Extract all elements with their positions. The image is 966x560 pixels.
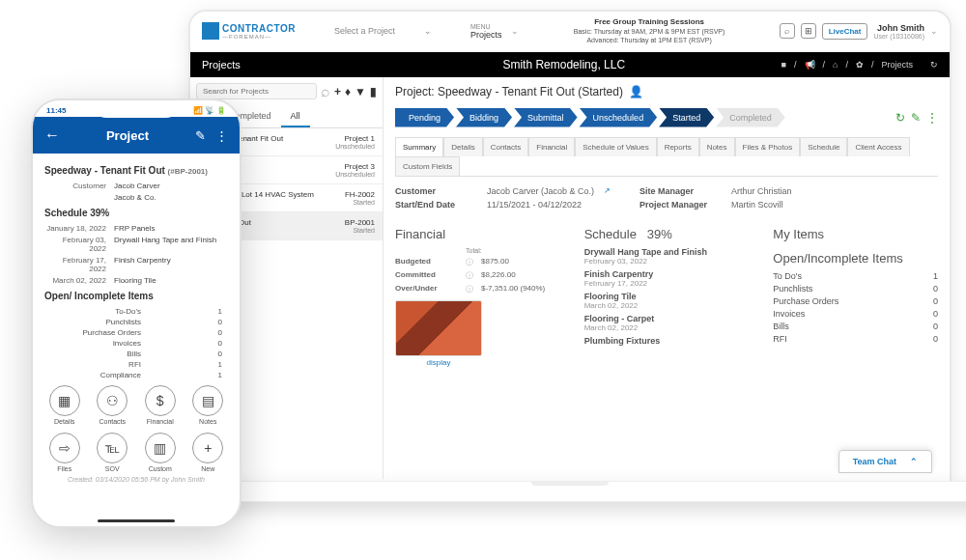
columns-icon[interactable]: ▮ [370,85,377,98]
edit-icon[interactable]: ✎ [195,128,206,143]
stage-started[interactable]: Started [659,108,714,127]
quick-actions: ▦Details ⚇Contacts $Financial ▤Notes ⇨Fi… [44,385,228,472]
subtab-sov[interactable]: Schedule of Values [575,137,656,156]
quick-notes[interactable]: ▤Notes [188,385,229,425]
my-items: My Items Open/Incomplete Items To Do's1 … [773,227,938,367]
filter-icon[interactable]: ▼ [355,85,366,98]
chevron-down-icon: ⌄ [930,26,938,36]
quick-files[interactable]: ⇨Files [44,433,85,472]
phone-screen: 11:45 📶 📡 🔋 ← Project ✎ ⋮ Speedway - Ten… [31,98,242,528]
financial-summary: Financial Total: Budgetedⓘ$875.00 Commit… [395,227,560,367]
quick-sov[interactable]: ℡SOV [93,433,133,472]
company-name: Smith Remodeling, LLC [347,58,781,71]
breadcrumb: ■ / 📢 / ⌂ / ✿ / Projects ↻ [781,60,938,70]
app-header: CONTRACTOR —FOREMAN— Select a Project ⌄ … [190,12,950,52]
gear-icon[interactable]: ✿ [856,60,864,70]
more-icon[interactable]: ⋮ [215,128,228,143]
stage-pending[interactable]: Pending [395,108,454,127]
user-menu[interactable]: John Smith User (10316086) [873,23,924,40]
quick-financial[interactable]: $Financial [140,385,181,425]
chevron-down-icon: ⌄ [424,26,432,36]
stage-completed[interactable]: Completed [716,108,785,127]
title-bar: Projects Smith Remodeling, LLC ■ / 📢 / ⌂… [190,52,950,77]
quick-new[interactable]: +New [188,433,229,472]
subtab-schedule[interactable]: Schedule [800,137,847,156]
info-icon[interactable]: ⓘ [466,284,473,294]
subtab-contacts[interactable]: Contacts [483,137,529,156]
refresh-icon[interactable]: ↻ [895,111,905,125]
search-input[interactable] [196,83,317,99]
brand-name: CONTRACTOR [222,23,296,34]
home-indicator [98,519,175,522]
subtab-client[interactable]: Client Access [847,137,909,156]
stage-progress: Pending Bidding Submittal Unscheduled St… [395,108,938,127]
chevron-up-icon: ⌃ [910,457,918,466]
laptop-base [145,481,966,502]
quick-custom[interactable]: ▥Custom [140,433,181,472]
video-icon[interactable]: ■ [781,60,786,70]
stage-bidding[interactable]: Bidding [456,108,512,127]
quick-contacts[interactable]: ⚇Contacts [93,385,133,425]
subtab-files[interactable]: Files & Photos [735,137,801,156]
calendar-icon[interactable]: ⊞ [801,23,816,39]
subtab-financial[interactable]: Financial [528,137,575,156]
subtab-details[interactable]: Details [443,137,482,156]
search-icon[interactable]: ⌕ [321,83,330,100]
tab-all[interactable]: All [281,106,310,127]
project-title: Project: Speedway - Tenant Fit Out (Star… [395,85,938,98]
project-selector[interactable]: Select a Project ⌄ [305,26,461,36]
menu-dropdown[interactable]: MENU Projects [470,23,502,40]
pin-icon[interactable]: ♦ [345,85,351,98]
brand-sub: —FOREMAN— [222,34,296,40]
search-icon[interactable]: ⌕ [780,23,795,39]
created-timestamp: Created: 03/14/2020 05:56 PM by John Smi… [44,472,228,487]
page-title: Projects [202,59,347,70]
person-icon[interactable]: 👤 [629,85,643,98]
edit-icon[interactable]: ✎ [911,111,921,125]
training-info[interactable]: Free Group Training Sessions Basic: Thur… [528,17,769,45]
subtab-reports[interactable]: Reports [657,137,699,156]
logo-icon [202,22,219,40]
bullhorn-icon[interactable]: 📢 [805,60,815,70]
signal-icon: 📶 📡 🔋 [193,106,226,115]
back-icon[interactable]: ← [44,126,60,144]
info-icon[interactable]: ⓘ [466,270,473,281]
laptop-screen: CONTRACTOR —FOREMAN— Select a Project ⌄ … [188,10,952,483]
photo-thumbnail[interactable] [395,300,482,356]
subtab-notes[interactable]: Notes [699,137,735,156]
project-detail: Project: Speedway - Tenant Fit Out (Star… [384,77,950,479]
stage-unscheduled[interactable]: Unscheduled [580,108,658,127]
home-icon[interactable]: ⌂ [833,60,838,70]
info-icon[interactable]: ⓘ [466,257,473,267]
refresh-icon[interactable]: ↻ [930,60,938,70]
brand-logo[interactable]: CONTRACTOR —FOREMAN— [202,22,296,40]
stage-submittal[interactable]: Submittal [514,108,578,127]
chevron-down-icon: ⌄ [511,26,519,36]
livechat-button[interactable]: LiveChat [822,23,868,40]
add-icon[interactable]: + [334,85,341,98]
quick-details[interactable]: ▦Details [44,385,85,425]
detail-tabs: Summary Details Contacts Financial Sched… [395,137,938,177]
subtab-custom[interactable]: Custom Fields [395,156,460,176]
external-link-icon[interactable]: ↗ [604,186,611,196]
team-chat-toggle[interactable]: Team Chat ⌃ [838,450,932,473]
more-icon[interactable]: ⋮ [926,111,938,125]
subtab-summary[interactable]: Summary [395,137,443,157]
schedule-summary: Schedule 39% Drywall Hang Tape and Finis… [584,227,750,367]
phone-header: ← Project ✎ ⋮ [33,117,240,154]
